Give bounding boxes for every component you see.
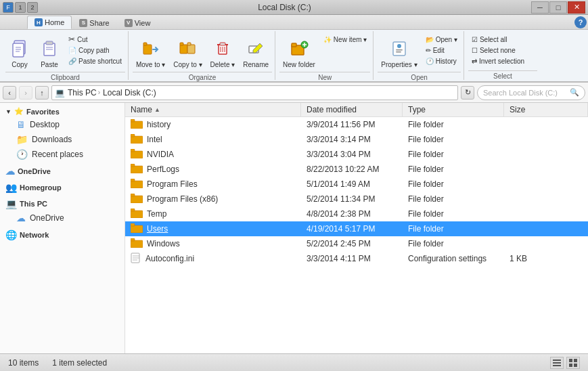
file-type: File folder xyxy=(403,149,504,160)
close-button[interactable]: ✕ xyxy=(568,1,585,14)
file-row[interactable]: NVIDIA 3/3/2014 3:04 PM File folder xyxy=(125,147,588,162)
file-row[interactable]: history 3/9/2014 11:56 PM File folder xyxy=(125,117,588,132)
refresh-button[interactable]: ↻ xyxy=(461,86,474,100)
svg-rect-14 xyxy=(187,43,191,45)
svg-rect-59 xyxy=(574,364,577,367)
svg-rect-33 xyxy=(131,136,143,144)
paste-button[interactable]: Paste xyxy=(35,32,64,70)
svg-rect-30 xyxy=(396,51,401,53)
file-date: 5/1/2014 1:49 AM xyxy=(301,179,403,190)
paste-shortcut-button[interactable]: 🔗 Paste shortcut xyxy=(65,56,125,66)
svg-rect-56 xyxy=(569,359,572,362)
file-icon xyxy=(131,179,143,190)
organize-group-label: Organize xyxy=(133,72,272,81)
tiles-view-button[interactable] xyxy=(566,357,580,369)
copy-button[interactable]: Copy xyxy=(5,32,34,70)
up-button[interactable]: ↑ xyxy=(35,86,49,100)
file-type: Configuration settings xyxy=(403,253,504,264)
file-size xyxy=(504,124,588,125)
file-size xyxy=(504,228,588,230)
cut-button[interactable]: ✂ Cut xyxy=(65,34,125,45)
tab-home-label: Home xyxy=(45,18,64,26)
network-header[interactable]: 🌐 Network xyxy=(0,228,125,242)
select-small-buttons: ☑ Select all ☐ Select none ⇄ Invert sele… xyxy=(468,32,528,66)
title-bar: F 1 2 Local Disk (C:) ─ □ ✕ xyxy=(0,0,588,15)
nav-item-downloads[interactable]: 📁 Downloads xyxy=(0,132,125,147)
select-all-button[interactable]: ☑ Select all xyxy=(468,34,528,45)
item-count: 10 items xyxy=(8,358,39,368)
address-path[interactable]: 💻 This PC › Local Disk (C:) xyxy=(51,85,458,100)
history-button[interactable]: 🕐 History xyxy=(422,56,461,66)
edit-button[interactable]: ✏ Edit xyxy=(422,45,461,56)
clipboard-group-label: Clipboard xyxy=(5,72,125,81)
file-row[interactable]: Intel 3/3/2014 3:14 PM File folder xyxy=(125,132,588,147)
nav-item-onedrive-sub[interactable]: ☁ OneDrive xyxy=(0,211,125,225)
col-header-type[interactable]: Type xyxy=(403,103,504,116)
file-row[interactable]: Program Files 5/1/2014 1:49 AM File fold… xyxy=(125,177,588,192)
delete-icon xyxy=(212,38,233,60)
tab-home[interactable]: H Home xyxy=(27,16,72,29)
move-to-button[interactable]: Move to ▾ xyxy=(133,32,168,70)
select-none-button[interactable]: ☐ Select none xyxy=(468,45,528,56)
path-segment-localdisk[interactable]: Local Disk (C:) xyxy=(103,88,156,97)
svg-rect-13 xyxy=(187,45,195,53)
favorites-header[interactable]: ▼ ⭐ Favorites xyxy=(0,106,125,117)
rename-button[interactable]: Rename xyxy=(240,32,272,70)
file-row[interactable]: Windows 5/2/2014 2:45 PM File folder xyxy=(125,236,588,251)
svg-rect-23 xyxy=(292,43,296,47)
maximize-button[interactable]: □ xyxy=(549,1,567,14)
quick-access-2[interactable]: 2 xyxy=(27,2,38,13)
desktop-icon: 🖥 xyxy=(16,119,26,130)
copy-label: Copy xyxy=(12,61,27,68)
svg-rect-57 xyxy=(574,359,577,362)
open-button[interactable]: 📂 Open ▾ xyxy=(422,34,461,45)
back-button[interactable]: ‹ xyxy=(3,86,16,100)
properties-button[interactable]: Properties ▾ xyxy=(378,32,420,70)
tab-share[interactable]: S Share xyxy=(72,16,116,29)
new-folder-button[interactable]: New folder xyxy=(279,32,319,70)
file-row[interactable]: PerfLogs 8/22/2013 10:22 AM File folder xyxy=(125,162,588,177)
forward-button[interactable]: › xyxy=(19,86,32,100)
delete-button[interactable]: Delete ▾ xyxy=(207,32,239,70)
ribbon-group-organize: Move to ▾ Copy to ▾ xyxy=(130,31,275,80)
onedrive-header-top[interactable]: ☁ OneDrive xyxy=(0,165,125,178)
copy-to-button[interactable]: Copy to ▾ xyxy=(170,32,205,70)
select-group-label: Select xyxy=(468,70,537,80)
svg-rect-45 xyxy=(131,225,143,233)
col-header-date[interactable]: Date modified xyxy=(301,103,403,116)
list-view-button[interactable] xyxy=(550,357,564,369)
copy-path-button[interactable]: 📄 Copy path xyxy=(65,45,125,56)
new-item-button[interactable]: ✨ New item ▾ xyxy=(320,34,370,45)
move-to-label: Move to ▾ xyxy=(136,61,165,68)
invert-selection-button[interactable]: ⇄ Invert selection xyxy=(468,56,528,66)
file-row[interactable]: Users 4/19/2014 5:17 PM File folder xyxy=(125,221,588,236)
col-header-size[interactable]: Size xyxy=(504,103,588,116)
nav-item-recent[interactable]: 🕐 Recent places xyxy=(0,147,125,162)
minimize-button[interactable]: ─ xyxy=(531,1,549,14)
file-row[interactable]: Program Files (x86) 5/2/2014 11:34 PM Fi… xyxy=(125,192,588,206)
homegroup-header[interactable]: 👥 Homegroup xyxy=(0,181,125,194)
network-section: 🌐 Network xyxy=(0,228,125,242)
file-name: Program Files xyxy=(125,178,301,191)
clipboard-small-buttons: ✂ Cut 📄 Copy path 🔗 Paste shortcut xyxy=(65,32,125,66)
search-box[interactable]: Search Local Disk (C:) 🔍 xyxy=(477,85,585,100)
invert-selection-icon: ⇄ xyxy=(472,58,477,65)
col-header-name[interactable]: Name ▲ xyxy=(125,103,301,116)
quick-access-1[interactable]: 1 xyxy=(15,2,26,13)
help-button[interactable]: ? xyxy=(574,16,587,28)
new-folder-label: New folder xyxy=(283,61,315,68)
file-row[interactable]: Temp 4/8/2014 2:38 PM File folder xyxy=(125,206,588,221)
svg-point-28 xyxy=(397,44,401,48)
nav-item-desktop[interactable]: 🖥 Desktop xyxy=(0,117,125,132)
thispc-icon: 💻 xyxy=(5,198,17,209)
tab-view[interactable]: V View xyxy=(117,16,158,29)
favorites-section: ▼ ⭐ Favorites 🖥 Desktop 📁 Downloads 🕐 Re… xyxy=(0,106,125,162)
favorites-star-icon: ⭐ xyxy=(14,107,24,116)
file-row[interactable]: Autoconfig.ini 3/3/2014 4:11 PM Configur… xyxy=(125,251,588,266)
open-small-buttons: 📂 Open ▾ ✏ Edit 🕐 History xyxy=(422,32,461,66)
file-list[interactable]: history 3/9/2014 11:56 PM File folder In… xyxy=(125,117,588,353)
copy-to-label: Copy to ▾ xyxy=(173,61,202,68)
thispc-header[interactable]: 💻 This PC xyxy=(0,197,125,211)
path-segment-thispc[interactable]: This PC › xyxy=(68,88,100,97)
open-group-label: Open xyxy=(378,72,461,81)
